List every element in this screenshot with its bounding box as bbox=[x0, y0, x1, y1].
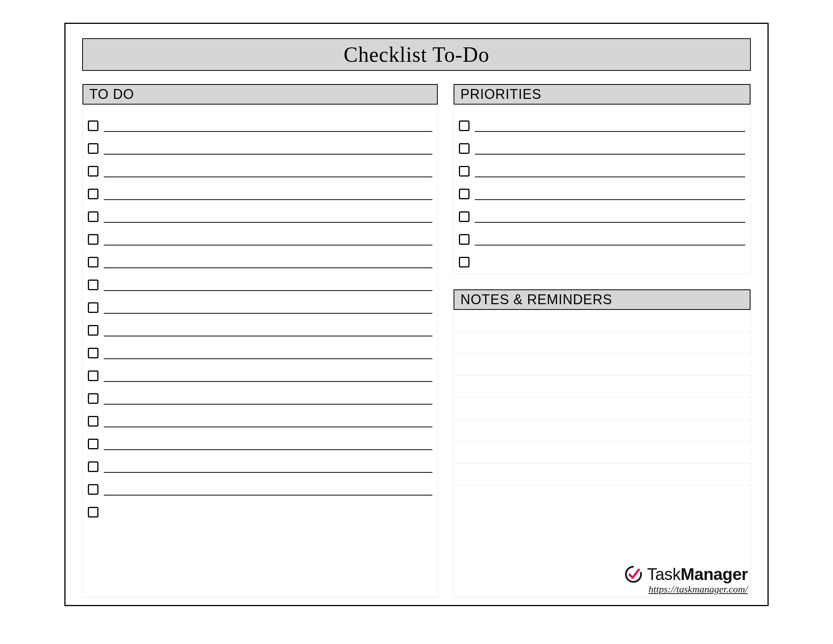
checkbox[interactable] bbox=[88, 166, 98, 177]
write-line[interactable] bbox=[475, 131, 745, 132]
list-item bbox=[88, 383, 433, 406]
brand-name: TaskManager bbox=[647, 565, 748, 584]
list-item bbox=[88, 247, 433, 270]
checkbox[interactable] bbox=[88, 416, 98, 427]
note-line[interactable] bbox=[453, 486, 751, 508]
write-line[interactable] bbox=[104, 177, 433, 177]
list-item bbox=[88, 361, 433, 383]
write-line[interactable] bbox=[104, 290, 433, 291]
write-line[interactable] bbox=[104, 427, 433, 427]
write-line[interactable] bbox=[475, 222, 745, 223]
checklist-page: Checklist To-Do TO DO PRIORITIES NOTES &… bbox=[64, 23, 769, 606]
checkbox[interactable] bbox=[88, 393, 98, 404]
write-line[interactable] bbox=[104, 404, 433, 404]
list-item bbox=[459, 247, 745, 270]
checkbox[interactable] bbox=[88, 211, 98, 222]
notes-heading: NOTES & REMINDERS bbox=[453, 290, 751, 310]
note-line[interactable] bbox=[453, 310, 751, 332]
write-line[interactable] bbox=[104, 267, 433, 268]
write-line[interactable] bbox=[104, 495, 433, 496]
write-line[interactable] bbox=[104, 245, 433, 245]
checkbox[interactable] bbox=[88, 370, 98, 381]
checkbox[interactable] bbox=[88, 188, 98, 199]
list-item bbox=[459, 134, 745, 156]
list-item bbox=[459, 111, 745, 134]
note-line[interactable] bbox=[453, 354, 751, 376]
checkbox[interactable] bbox=[88, 280, 98, 290]
brand-url: https://taskmanager.com/ bbox=[649, 584, 748, 595]
list-item bbox=[88, 406, 433, 429]
write-line[interactable] bbox=[104, 472, 433, 473]
columns: TO DO PRIORITIES NOTES & REMINDERS bbox=[82, 84, 751, 597]
list-item bbox=[88, 201, 433, 224]
list-item bbox=[88, 474, 433, 497]
list-item bbox=[88, 179, 433, 201]
checkbox[interactable] bbox=[88, 325, 98, 336]
write-line[interactable] bbox=[475, 199, 745, 200]
checkbox[interactable] bbox=[88, 439, 98, 449]
notes-panel: NOTES & REMINDERS bbox=[453, 289, 751, 597]
list-item bbox=[88, 338, 433, 361]
write-line[interactable] bbox=[104, 222, 433, 223]
write-line[interactable] bbox=[475, 154, 745, 155]
write-line[interactable] bbox=[104, 154, 433, 155]
checkbox[interactable] bbox=[88, 257, 98, 267]
write-line[interactable] bbox=[104, 131, 433, 132]
write-line[interactable] bbox=[104, 199, 433, 200]
todo-panel: TO DO bbox=[82, 84, 438, 597]
list-item bbox=[459, 224, 745, 247]
list-item bbox=[88, 429, 433, 452]
list-item bbox=[88, 270, 433, 293]
column-right: PRIORITIES NOTES & REMINDERS bbox=[453, 84, 751, 597]
list-item bbox=[88, 315, 433, 338]
checkbox[interactable] bbox=[88, 234, 98, 245]
priorities-panel: PRIORITIES bbox=[453, 84, 751, 274]
checkbox[interactable] bbox=[88, 484, 98, 495]
page-title: Checklist To-Do bbox=[344, 42, 490, 67]
brand-row: TaskManager bbox=[624, 564, 748, 584]
list-item bbox=[88, 497, 433, 520]
list-item bbox=[459, 156, 745, 179]
checkbox[interactable] bbox=[459, 166, 470, 177]
checkbox[interactable] bbox=[459, 211, 470, 222]
note-line[interactable] bbox=[453, 398, 751, 420]
write-line[interactable] bbox=[104, 313, 433, 314]
list-item bbox=[459, 201, 745, 224]
write-line[interactable] bbox=[475, 177, 745, 177]
checkbox[interactable] bbox=[459, 143, 470, 154]
notes-body bbox=[453, 310, 751, 508]
note-line[interactable] bbox=[453, 420, 751, 442]
list-item bbox=[88, 293, 433, 315]
checkbox[interactable] bbox=[88, 507, 98, 517]
checkmark-circle-icon bbox=[624, 564, 643, 584]
write-line[interactable] bbox=[104, 449, 433, 450]
checkbox[interactable] bbox=[459, 234, 470, 245]
write-line[interactable] bbox=[104, 381, 433, 382]
write-line[interactable] bbox=[104, 358, 433, 359]
note-line[interactable] bbox=[453, 376, 751, 398]
checkbox[interactable] bbox=[88, 461, 98, 472]
list-item bbox=[88, 111, 433, 134]
svg-point-0 bbox=[624, 564, 643, 584]
title-bar: Checklist To-Do bbox=[82, 38, 751, 71]
checkbox[interactable] bbox=[88, 302, 98, 313]
write-line[interactable] bbox=[475, 245, 745, 245]
checkbox[interactable] bbox=[459, 188, 470, 199]
list-item bbox=[88, 452, 433, 474]
checkbox[interactable] bbox=[88, 348, 98, 358]
list-item bbox=[88, 156, 433, 179]
list-item bbox=[88, 224, 433, 247]
note-line[interactable] bbox=[453, 442, 751, 464]
checkbox[interactable] bbox=[88, 121, 98, 131]
note-line[interactable] bbox=[453, 464, 751, 486]
write-line[interactable] bbox=[104, 336, 433, 336]
note-line[interactable] bbox=[453, 332, 751, 354]
todo-body bbox=[82, 105, 438, 523]
checkbox[interactable] bbox=[459, 257, 470, 267]
checkbox[interactable] bbox=[459, 121, 470, 131]
list-item bbox=[88, 134, 433, 156]
list-item bbox=[459, 179, 745, 201]
checkbox[interactable] bbox=[88, 143, 98, 154]
priorities-heading: PRIORITIES bbox=[453, 84, 751, 105]
footer: TaskManager https://taskmanager.com/ bbox=[624, 564, 748, 595]
